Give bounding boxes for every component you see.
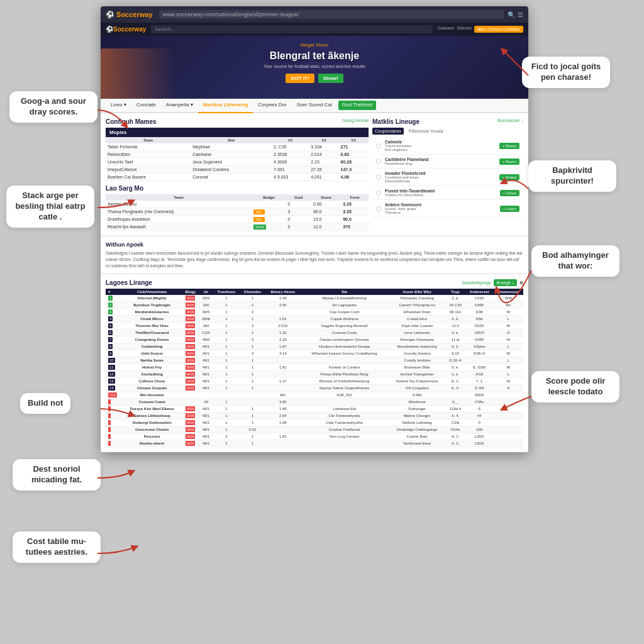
nav-god[interactable]: God Thethoid	[338, 101, 376, 110]
league-row: Dorace Kiot Nkof Ellems MAN 49/1 1 1 1.8…	[106, 406, 523, 413]
lineup-radio[interactable]	[376, 206, 381, 211]
site-search-bar[interactable]: Search...	[151, 25, 433, 33]
nav-mardius[interactable]: Mardius Lithereing	[198, 99, 253, 113]
browser-window: ⚽ Soccerway www.soccerway.com/national/e…	[101, 6, 528, 452]
lineup-text: Calmste Trecht-limitation Dré-onglimes	[385, 140, 496, 152]
annotation-bubble-b5: Cost tabile mu-tutlees aestries.	[13, 531, 101, 563]
last-game-row: Thoma Florghants (Hix Commest) YEL 3 90.…	[106, 208, 369, 216]
shareon-text: Shknon	[457, 26, 472, 33]
search-placeholder: Search...	[155, 26, 175, 32]
lineup-action-button[interactable]: + Basen	[499, 143, 519, 149]
hero-btn-gotit[interactable]: GOT IT!	[286, 74, 314, 83]
tab-couperstares[interactable]: Couperstares	[372, 128, 404, 135]
nav-conciale[interactable]: Conciale	[131, 99, 161, 113]
lineup-radio[interactable]	[376, 191, 381, 196]
hero-title: Blengral tet ãkenje	[108, 50, 521, 62]
annotation-bubble-b9: Score pode olir leescle todato	[531, 371, 619, 402]
site-logo[interactable]: ⚽Soccerway	[106, 26, 146, 33]
league-table-title: Lagoes Lirange	[106, 279, 152, 286]
hero-section: Megal Stceo Blengral tet ãkenje Your sou…	[101, 36, 528, 99]
hero-buttons: GOT IT! Show!	[108, 74, 521, 83]
annotation-bubble-b6: Ficd to jocal goits pen charase!	[522, 57, 610, 88]
article-title: Withun Apoek	[106, 242, 523, 248]
matches-section-heading: Moples	[106, 128, 369, 137]
nav-livex[interactable]: Livex ▾	[106, 99, 131, 113]
last-games-title: Lao Sarg Mo	[106, 185, 369, 192]
lineup-action-button[interactable]: + Listen	[500, 206, 519, 212]
annotation-bubble-b3: Build not	[20, 393, 70, 414]
league-select[interactable]: Sarabothpropy	[462, 280, 491, 285]
browser-nav-icons: 🔍 ☰	[508, 11, 523, 18]
site-header: ⚽Soccerway Search... Gainave Shknon Blim…	[101, 23, 528, 36]
tab-pillimmost[interactable]: Pillimmost Yousid	[406, 128, 445, 135]
lineup-action-button[interactable]: + Ionwe	[500, 190, 519, 196]
lineup-text: Anbice Gonnsore Duone- their grater Thin…	[385, 203, 496, 214]
table-menu-icon[interactable]: ≡	[519, 279, 523, 286]
lineup-text: Puned Inte-Tauardinami Oceles-Art Descri…	[385, 189, 496, 197]
hero-eyebrow: Megal Stceo	[108, 42, 521, 48]
login-text: Gainave	[438, 26, 454, 33]
league-row: 2 Byonkun Trughragio MAN 290 1 2 3.95 Ar…	[106, 302, 523, 309]
match-row: UnecHo Taet Jexa Sojamerd 4.3006 2.23 60…	[106, 158, 369, 166]
league-row: 1 Dheroel (Mighti) MAN 29/9 1 1 1.44 Mew…	[106, 295, 523, 302]
nav-anonpetia[interactable]: Anønpetia ▾	[161, 99, 198, 113]
panel-left: Configuh Mames Going Innime Moples Team …	[106, 118, 372, 231]
league-row: 3 MordentHoluterres MAN 30/0 1 2 Cap Coo…	[106, 309, 523, 316]
league-row: Percosrs MAN 49/1 2 1 1.81 Den Lorg Cont…	[106, 433, 523, 440]
league-row: 10 Nertha Sotes MAN 49/1 1 1 Cromfy Iont…	[106, 357, 523, 364]
league-row: 14 Chnave Govpats MAN 49/1 1 1 Saymp Yol…	[106, 385, 523, 392]
last-game-row: Reacht fps Aaoasét NEW 0 12.0 370	[106, 223, 369, 231]
nav-soer[interactable]: Soer Suced Cal	[292, 99, 337, 113]
main-nav: Livex ▾ Conciale Anønpetia ▾ Mardius Lit…	[101, 99, 528, 113]
brangit-button[interactable]: Brangit ↓	[494, 279, 518, 286]
nav-corpees[interactable]: Corpees Dor	[253, 99, 291, 113]
last-game-row: Aenher Casino 0 0.90 3.35	[106, 201, 369, 208]
hero-btn-show[interactable]: Show!	[318, 74, 343, 83]
lineup-item: Calmste Trecht-limitation Dré-onglimes +…	[372, 137, 523, 155]
league-table-header: Lagoes Lirange Sarabothpropy Brangit ↓ ≡	[106, 279, 523, 286]
lineup-list: Calmste Trecht-limitation Dré-onglimes +…	[372, 137, 523, 218]
lineup-text: Carblintre Flaméland Destrethour-ting	[385, 157, 496, 165]
content-area: Configuh Mames Going Innime Moples Team …	[101, 113, 528, 236]
article-text: Ostreledghs t coaster deen renorcheen fl…	[106, 250, 523, 269]
panel-right: Matklis Lineuge Eurosoccer ↓ Couperstare…	[372, 118, 523, 231]
lineup-radio[interactable]	[376, 143, 381, 148]
lineup-item: Anbice Gonnsore Duone- their grater Thin…	[372, 200, 523, 218]
league-row: 4 Ciredi Mhcro MAN 390b 1 1 1.01 Copple …	[106, 316, 523, 323]
browser-chrome: ⚽ Soccerway www.soccerway.com/national/e…	[101, 6, 528, 23]
match-row: Rebvicithim Cainhane 2.3539 2.014 0.83	[106, 151, 369, 158]
lineup-action-button[interactable]: + Dulest	[499, 174, 519, 180]
lineup-action-button[interactable]: + Basen	[499, 158, 519, 165]
match-row: Taber Fichemle Mephiwe 2, C35 3.334 271	[106, 143, 369, 151]
lineup-item: Carblintre Flaméland Destrethour-ting + …	[372, 155, 523, 169]
league-row: 7 Comgeding Domre MAN 49/6 1 3 2.33 Cles…	[106, 336, 523, 343]
lineup-radio[interactable]	[376, 175, 381, 180]
browser-logo: ⚽ Soccerway	[106, 11, 153, 19]
league-row: 316 Mel Housttne MU NJB_202 9 MN 30DS	[106, 392, 523, 399]
league-table: #Club/VoteinhatteBlogyletTranthoesGhonid…	[106, 289, 523, 447]
league-row: Rostho-tthent MAN 49/1 2 1 Northroest-th…	[106, 440, 523, 447]
hero-subtitle: Your source for football stats, scores a…	[108, 64, 521, 69]
browser-url-bar[interactable]: www.soccerway.com/national/england/premi…	[159, 10, 504, 19]
last-game-row: Dreethopas-Astobtion YEL 0 13.0 90.0	[106, 216, 369, 223]
menu-icon[interactable]: ☰	[518, 11, 523, 18]
league-row: Dotborgl Dothoestlert MAN 49/1 1 1 1.08 …	[106, 419, 523, 426]
lineup-item: Puned Inte-Tauardinami Oceles-Art Descri…	[372, 186, 523, 200]
lineups-title: Matklis Lineuge Eurosoccer ↓	[372, 118, 523, 125]
annotation-bubble-b1: Goog-a and sour dray scores.	[9, 91, 97, 123]
lineup-text: Invader Flometcred Condibod pref-times D…	[385, 171, 496, 183]
premium-button[interactable]: Blim Orthom-Lintthlter	[474, 26, 523, 33]
league-table-section: Lagoes Lirange Sarabothpropy Brangit ↓ ≡…	[101, 274, 528, 452]
match-row: ImeputCAtesre Oreaberd Condres 7.931 27.…	[106, 166, 369, 174]
site-header-buttons: Gainave Shknon Blim Orthom-Lintthlter	[438, 26, 523, 33]
league-row: Satises L6thesthosp MAN 49/1 1 1 2.54 Cl…	[106, 413, 523, 419]
league-row: 12 Anchedhing MAN 49/1 1 1 Fihrep Iththe…	[106, 371, 523, 378]
match-row: Boether Cal Basere Coronet 4.5.003 4.051…	[106, 174, 369, 181]
coming-matches-title: Configuh Mames Going Innime	[106, 118, 369, 125]
search-icon[interactable]: 🔍	[508, 11, 515, 18]
annotation-bubble-b4: Dest snoriol micading fat.	[13, 459, 101, 491]
league-row: Cencorone Chedm MAN 49/1 1 0.02 Crosher …	[106, 426, 523, 433]
article-section: Withun Apoek Ostreledghs t coaster deen …	[101, 236, 528, 274]
annotation-bubble-b8: Bod alhamyinger that wor:	[531, 245, 619, 277]
lineup-radio[interactable]	[376, 159, 381, 164]
